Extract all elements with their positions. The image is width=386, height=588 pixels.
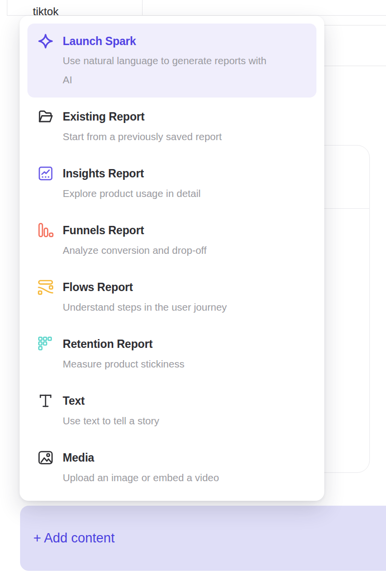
menu-item-flows-report[interactable]: Flows Report Understand steps in the use… [27,280,316,315]
menu-item-description: Analyze conversion and drop-off [63,243,207,258]
menu-item-launch-spark[interactable]: Launch Spark Use natural language to gen… [27,24,316,98]
menu-item-description: Upload an image or embed a video [63,470,219,486]
menu-item-existing-report[interactable]: Existing Report Start from a previously … [27,109,316,145]
menu-item-description: Measure product stickiness [63,356,184,372]
menu-item-title: Flows Report [63,280,227,294]
menu-item-title: Text [63,393,159,408]
menu-item-description: Start from a previously saved report [63,129,222,145]
add-content-menu: Launch Spark Use natural language to gen… [20,16,324,501]
menu-item-description: Understand steps in the user journey [63,299,227,315]
flows-icon [37,279,54,295]
add-content-button[interactable]: + Add content [20,506,386,571]
menu-item-title: Launch Spark [63,34,266,49]
insights-chart-icon [37,165,54,182]
menu-item-insights-report[interactable]: Insights Report Explore product usage in… [27,166,316,201]
add-content-label: + Add content [33,531,115,546]
menu-item-funnels-report[interactable]: Funnels Report Analyze conversion and dr… [27,223,316,258]
menu-item-retention-report[interactable]: Retention Report Measure product stickin… [27,337,316,372]
menu-item-title: Media [63,450,219,465]
retention-grid-icon [37,336,54,352]
menu-item-description: Use natural language to generate reports… [63,51,266,89]
bg-table-column-line [142,0,143,15]
menu-item-description: Use text to tell a story [63,413,159,429]
menu-item-title: Funnels Report [63,223,207,238]
bg-table-column-line [7,0,7,15]
menu-item-description: Explore product usage in detail [63,186,201,201]
menu-item-text[interactable]: Text Use text to tell a story [27,393,316,429]
menu-item-title: Retention Report [63,337,184,351]
media-image-icon [37,449,54,466]
menu-item-media[interactable]: Media Upload an image or embed a video [27,450,316,486]
funnels-bars-icon [37,222,54,239]
text-icon [37,392,54,409]
spark-icon [37,33,54,49]
menu-item-title: Existing Report [63,109,222,124]
folder-open-icon [37,108,54,125]
menu-item-title: Insights Report [63,166,201,181]
